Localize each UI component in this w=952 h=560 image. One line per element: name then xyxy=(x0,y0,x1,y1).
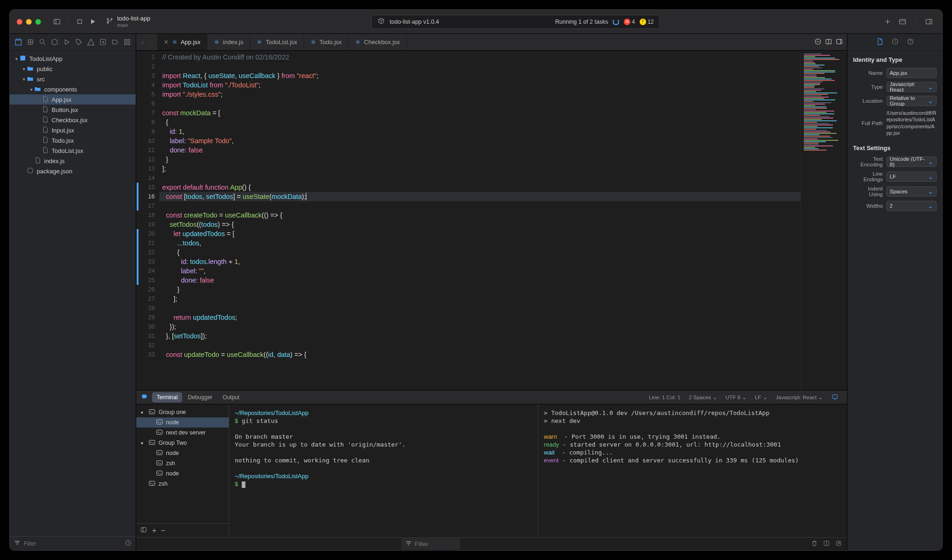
warning-badge[interactable]: !12 xyxy=(640,19,654,25)
term-layout-icon[interactable] xyxy=(140,526,147,535)
tab-app-jsx[interactable]: ✕⚛App.jsx xyxy=(157,34,208,50)
svg-rect-44 xyxy=(149,481,155,485)
nav-grid-icon[interactable] xyxy=(122,37,132,48)
tree-item-src[interactable]: ▾src xyxy=(10,74,136,84)
inspector-widths-select[interactable]: 2 xyxy=(886,201,937,211)
bottom-tab-debugger[interactable]: Debugger xyxy=(183,392,217,402)
inspector-tab-help-icon[interactable] xyxy=(906,38,914,47)
inspector-toggle-icon[interactable] xyxy=(922,15,935,28)
term-item-node[interactable]: node xyxy=(136,468,229,479)
bottom-tab-output[interactable]: Output xyxy=(218,392,244,402)
svg-rect-0 xyxy=(54,20,60,24)
navigator-filter xyxy=(10,536,136,550)
tree-item-button-jsx[interactable]: Button.jsx xyxy=(10,105,136,115)
tree-item-checkbox-jsx[interactable]: Checkbox.jsx xyxy=(10,115,136,125)
file-tree[interactable]: ▾TodoListApp▾public▾src▾componentsApp.js… xyxy=(10,51,136,536)
nav-cube-icon[interactable] xyxy=(50,37,60,48)
trash-icon[interactable] xyxy=(811,540,818,548)
tree-item-todolist-jsx[interactable]: TodoList.jsx xyxy=(10,145,136,156)
error-badge[interactable]: ✕4 xyxy=(624,19,635,25)
close-window[interactable] xyxy=(17,19,22,25)
traffic-lights xyxy=(17,19,41,25)
inspector-tab-file-icon[interactable] xyxy=(876,38,884,47)
inspector-location-select[interactable]: Relative to Group xyxy=(886,96,937,106)
status-eol[interactable]: LF ⌄ xyxy=(751,394,771,401)
term-item-zsh[interactable]: zsh xyxy=(136,479,229,489)
split-term-icon[interactable] xyxy=(823,540,830,548)
nav-arrow-icon[interactable] xyxy=(98,37,108,48)
term-item-node[interactable]: node xyxy=(136,448,229,458)
breakpoint-toggle-icon[interactable] xyxy=(141,393,148,402)
status-encoding[interactable]: UTF 8 ⌄ xyxy=(722,394,750,401)
navigator-tabs xyxy=(10,34,136,51)
add-button[interactable] xyxy=(881,15,894,28)
terminal-pane-1[interactable]: ~/Repositories/TodoListApp $ git status … xyxy=(229,404,538,537)
status-spaces[interactable]: 2 Spaces ⌄ xyxy=(685,394,721,401)
tab-todo-jsx[interactable]: ⚛Todo.jsx xyxy=(304,34,349,50)
term-item-node[interactable]: node xyxy=(136,417,229,428)
tab-index-js[interactable]: ⚛index.js xyxy=(207,34,250,50)
tab-todolist-jsx[interactable]: ⚛TodoList.jsx xyxy=(250,34,304,50)
inspector-fullpath: /Users/austincondiff/Repositories/TodoLi… xyxy=(886,110,937,136)
navigator-filter-input[interactable] xyxy=(24,540,122,547)
tree-item-input-jsx[interactable]: Input.jsx xyxy=(10,125,136,135)
inspector-eol-select[interactable]: LF xyxy=(886,171,937,182)
tree-item-todo-jsx[interactable]: Todo.jsx xyxy=(10,135,136,145)
tree-item-todolistapp[interactable]: ▾TodoListApp xyxy=(10,53,136,64)
status-text: todo-list-app v1.0.4 xyxy=(390,19,439,25)
inspector-indent-select[interactable]: Spaces xyxy=(886,186,937,197)
run-button[interactable] xyxy=(86,15,99,28)
term-item-next-dev-server[interactable]: next dev server xyxy=(136,428,229,438)
react-icon: ⚛ xyxy=(214,39,219,46)
code-editor[interactable]: 1234567891011121314151617181920212223242… xyxy=(136,51,800,390)
zoom-window[interactable] xyxy=(35,19,41,25)
terminal-icon xyxy=(156,469,163,478)
nav-warn-icon[interactable] xyxy=(86,37,96,48)
term-add-icon[interactable]: + xyxy=(152,527,156,535)
project-info[interactable]: todo-list-app main xyxy=(117,15,151,27)
term-item-group-one[interactable]: ▾Group one xyxy=(136,407,229,417)
status-lang[interactable]: Javascript: React ⌄ xyxy=(772,394,826,401)
svg-rect-35 xyxy=(833,395,838,398)
sidebar-toggle-icon[interactable] xyxy=(50,15,63,28)
library-icon[interactable] xyxy=(896,15,909,28)
stop-button[interactable] xyxy=(73,15,86,28)
tree-item-package-json[interactable]: package.json xyxy=(10,166,136,176)
nav-files-icon[interactable] xyxy=(13,37,24,48)
status-screen-icon[interactable] xyxy=(827,393,842,402)
tree-item-index-js[interactable]: index.js xyxy=(10,156,136,166)
terminal-pane-2[interactable]: > TodoListApp@0.1.0 dev /Users/austincon… xyxy=(538,404,847,537)
tree-item-components[interactable]: ▾components xyxy=(10,84,136,94)
bottom-tab-terminal[interactable]: Terminal xyxy=(152,392,182,402)
nav-breakpoint-icon[interactable] xyxy=(110,37,120,48)
term-remove-icon[interactable]: − xyxy=(161,527,165,535)
split-icon[interactable] xyxy=(825,38,833,47)
collapse-icon[interactable] xyxy=(814,38,822,47)
minimap[interactable] xyxy=(800,51,847,390)
minimize-window[interactable] xyxy=(26,19,32,25)
clock-icon[interactable] xyxy=(125,539,132,548)
terminal-icon xyxy=(156,428,163,437)
react-icon: ⚛ xyxy=(311,39,316,46)
maximize-icon[interactable] xyxy=(835,540,842,548)
nav-scm-icon[interactable] xyxy=(26,37,36,48)
tab-close-icon[interactable]: ✕ xyxy=(164,39,169,46)
tree-item-public[interactable]: ▾public xyxy=(10,64,136,74)
status-pill[interactable]: todo-list-app v1.0.4 Running 1 of 2 task… xyxy=(371,15,660,29)
bottom-filter-input[interactable] xyxy=(415,540,456,547)
tab-checkbox-jsx[interactable]: ⚛Checkbox.jsx xyxy=(349,34,407,50)
nav-forward-icon[interactable]: › xyxy=(147,37,153,47)
nav-tag-icon[interactable] xyxy=(74,37,84,48)
nav-search-icon[interactable] xyxy=(38,37,48,48)
nav-back-icon[interactable]: ‹ xyxy=(140,37,145,47)
inspector-type-select[interactable]: Javascript: React xyxy=(886,82,937,92)
panel-icon[interactable] xyxy=(835,38,843,47)
inspector-encoding-select[interactable]: Unicode (UTF-8) xyxy=(886,157,937,167)
tree-item-app-jsx[interactable]: App.jsx xyxy=(10,94,136,105)
term-item-group-two[interactable]: ▾Group Two xyxy=(136,438,229,448)
inspector-name-field[interactable]: App.jsx xyxy=(886,68,937,78)
inspector-tab-history-icon[interactable] xyxy=(891,38,899,47)
term-item-zsh[interactable]: zsh xyxy=(136,458,229,468)
status-linecol[interactable]: Line: 1 Col: 1 xyxy=(645,395,684,400)
nav-play-icon[interactable] xyxy=(62,37,72,48)
